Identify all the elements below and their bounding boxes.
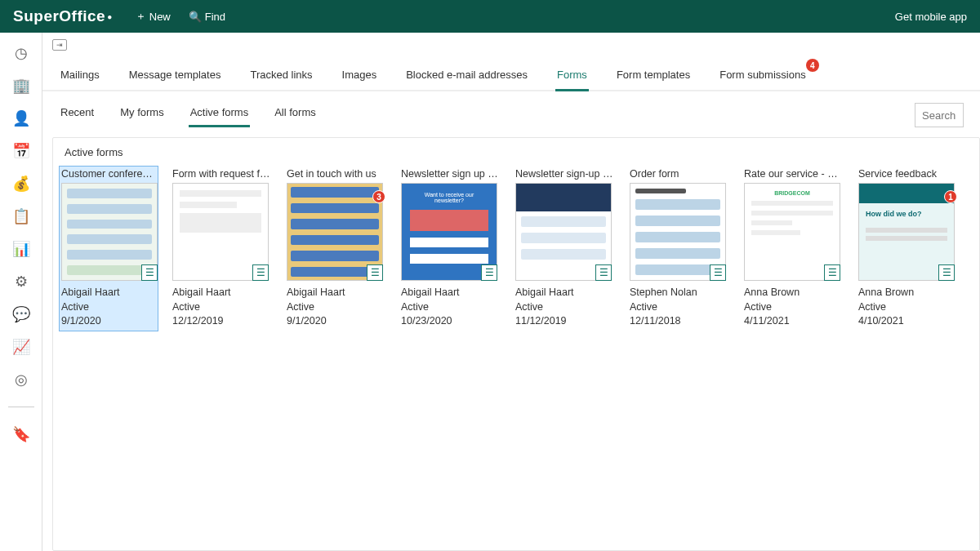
form-card-meta: Stephen NolanActive12/11/2018 <box>630 286 728 329</box>
form-owner: Abigail Haart <box>287 286 385 300</box>
sidebar-calendar-icon[interactable]: 📅 <box>12 142 30 160</box>
form-date: 4/11/2021 <box>744 314 842 329</box>
topbar: SuperOffice● ＋ New 🔍 Find Get mobile app <box>0 0 980 33</box>
form-card[interactable]: Service feedback1How did we do?☰Anna Bro… <box>858 168 956 329</box>
card-menu-button[interactable]: ☰ <box>938 264 955 281</box>
card-menu-button[interactable]: ☰ <box>481 264 497 281</box>
card-menu-button[interactable]: ☰ <box>141 264 158 281</box>
form-thumbnail[interactable]: 3☰ <box>287 183 383 281</box>
secondary-tabs: RecentMy formsActive formsAll forms <box>59 103 318 127</box>
tab-message-templates[interactable]: Message templates <box>127 62 223 90</box>
form-owner: Abigail Haart <box>61 286 156 300</box>
form-card[interactable]: Customer conference 2☰Abigail HaartActiv… <box>60 167 158 331</box>
form-thumbnail[interactable]: ☰ <box>61 183 158 281</box>
form-thumbnail[interactable]: BRIDGECOM☰ <box>744 183 840 281</box>
form-card[interactable]: Get in touch with us3☰Abigail HaartActiv… <box>287 168 385 329</box>
sidebar-document-icon[interactable]: 📋 <box>12 207 30 225</box>
sidebar-project-icon[interactable]: 📊 <box>12 240 30 258</box>
subtab-active-forms[interactable]: Active forms <box>189 103 251 127</box>
expand-panel-icon[interactable]: ⇥ <box>52 39 67 51</box>
tab-images[interactable]: Images <box>341 62 379 90</box>
sidebar-contact-icon[interactable]: 👤 <box>12 109 30 127</box>
form-card-meta: Abigail HaartActive9/1/2020 <box>287 286 385 329</box>
section-title: Active forms <box>65 146 971 158</box>
form-card-meta: Abigail HaartActive11/12/2019 <box>515 286 613 329</box>
form-status: Active <box>744 300 842 315</box>
card-menu-button[interactable]: ☰ <box>824 264 840 281</box>
form-owner: Anna Brown <box>744 286 842 300</box>
form-status: Active <box>401 300 499 315</box>
new-button[interactable]: ＋ New <box>136 9 171 24</box>
form-card[interactable]: Newsletter sign up formWant to receive o… <box>401 168 499 329</box>
sidebar-company-icon[interactable]: 🏢 <box>12 77 30 95</box>
search-input[interactable] <box>915 103 964 127</box>
tab-form-submissions[interactable]: Form submissions4 <box>718 62 807 90</box>
tab-mailings[interactable]: Mailings <box>59 62 101 90</box>
find-button[interactable]: 🔍 Find <box>189 9 225 24</box>
form-status: Active <box>61 300 156 315</box>
card-menu-button[interactable]: ☰ <box>710 264 726 281</box>
sidebar: ◷🏢👤📅💰📋📊⚙💬📈◎🔖 <box>0 33 42 551</box>
subtab-recent[interactable]: Recent <box>59 103 96 127</box>
form-card[interactable]: Newsletter sign-up form☰Abigail HaartAct… <box>515 168 613 329</box>
form-card-meta: Abigail HaartActive9/1/2020 <box>61 286 156 329</box>
sidebar-marketing-icon[interactable]: 🔖 <box>12 425 30 443</box>
form-status: Active <box>172 300 270 315</box>
sidebar-chat-icon[interactable]: 💬 <box>12 305 30 323</box>
sidebar-dashboard-icon[interactable]: ◷ <box>12 44 30 62</box>
form-owner: Abigail Haart <box>172 286 270 300</box>
form-owner: Abigail Haart <box>515 286 613 300</box>
main-area: ⇥ MailingsMessage templatesTracked links… <box>42 33 980 551</box>
form-thumbnail[interactable]: ☰ <box>630 183 726 281</box>
get-mobile-app-link[interactable]: Get mobile app <box>895 11 967 23</box>
form-card-title[interactable]: Newsletter sign-up form <box>515 168 613 180</box>
tab-forms[interactable]: Forms <box>555 62 589 91</box>
form-thumbnail[interactable]: 1How did we do?☰ <box>858 183 955 281</box>
form-thumbnail[interactable]: ☰ <box>515 183 612 281</box>
form-card-meta: Anna BrownActive4/10/2021 <box>858 286 956 329</box>
find-label: Find <box>205 11 225 23</box>
brand-text: SuperOffice <box>13 7 105 25</box>
form-status: Active <box>515 300 613 315</box>
top-actions: ＋ New 🔍 Find <box>136 9 225 24</box>
search-wrap <box>915 103 964 127</box>
form-card-meta: Abigail HaartActive10/23/2020 <box>401 286 499 329</box>
tab-form-templates[interactable]: Form templates <box>615 62 692 90</box>
form-date: 9/1/2020 <box>287 314 385 329</box>
brand-dot-icon: ● <box>107 12 113 21</box>
form-card[interactable]: Form with request fields☰Abigail HaartAc… <box>172 168 270 329</box>
form-thumbnail[interactable]: ☰ <box>172 183 269 281</box>
form-card[interactable]: Rate our service - NPSBRIDGECOM☰Anna Bro… <box>744 168 842 329</box>
tab-tracked-links[interactable]: Tracked links <box>248 62 314 90</box>
form-date: 11/12/2019 <box>515 314 613 329</box>
brand-logo: SuperOffice● <box>13 7 113 25</box>
new-label: New <box>149 11 171 23</box>
form-card-title[interactable]: Newsletter sign up form <box>401 168 499 180</box>
form-date: 4/10/2021 <box>858 314 956 329</box>
card-menu-button[interactable]: ☰ <box>252 264 269 281</box>
card-menu-button[interactable]: ☰ <box>595 264 612 281</box>
subtab-my-forms[interactable]: My forms <box>118 103 165 127</box>
card-menu-button[interactable]: ☰ <box>367 264 383 281</box>
form-card-meta: Abigail HaartActive12/12/2019 <box>172 286 270 329</box>
forms-section: Active forms Customer conference 2☰Abiga… <box>52 137 980 551</box>
sidebar-settings-icon[interactable]: ⚙ <box>12 273 30 291</box>
sidebar-target-icon[interactable]: ◎ <box>12 371 30 389</box>
form-date: 12/11/2018 <box>630 314 728 329</box>
form-card-title[interactable]: Rate our service - NPS <box>744 168 842 180</box>
sidebar-sale-icon[interactable]: 💰 <box>12 175 30 193</box>
form-card-title[interactable]: Get in touch with us <box>287 168 385 180</box>
form-card-title[interactable]: Order form <box>630 168 728 180</box>
form-card-title[interactable]: Service feedback <box>858 168 956 180</box>
sidebar-reports-icon[interactable]: 📈 <box>12 338 30 356</box>
subtab-all-forms[interactable]: All forms <box>273 103 318 127</box>
form-owner: Abigail Haart <box>401 286 499 300</box>
form-thumbnail[interactable]: Want to receive our newsletter?☰ <box>401 183 497 281</box>
sidebar-divider <box>8 407 34 407</box>
form-card-title[interactable]: Customer conference 2 <box>61 168 156 180</box>
form-status: Active <box>630 300 728 315</box>
form-card[interactable]: Order form☰Stephen NolanActive12/11/2018 <box>630 168 728 329</box>
form-card-title[interactable]: Form with request fields <box>172 168 270 180</box>
form-owner: Stephen Nolan <box>630 286 728 300</box>
tab-blocked-e-mail-addresses[interactable]: Blocked e-mail addresses <box>404 62 529 90</box>
